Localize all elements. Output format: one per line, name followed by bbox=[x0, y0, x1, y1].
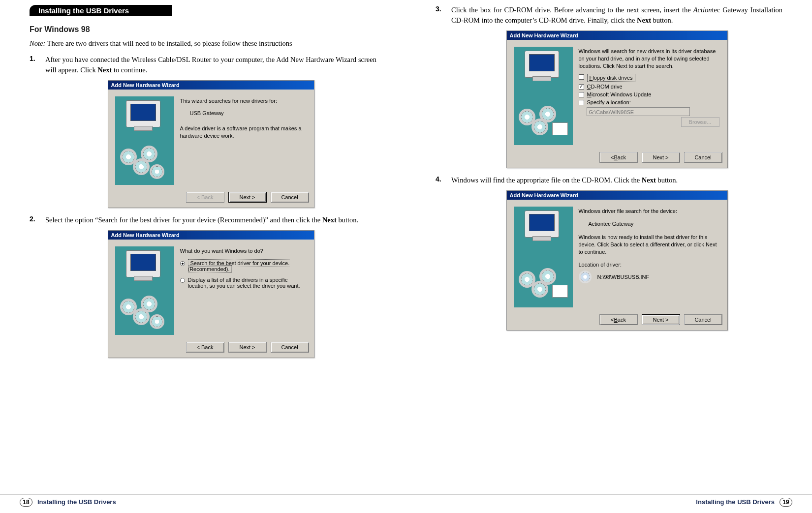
section-title: Installing the USB Drivers bbox=[30, 5, 172, 16]
step-text-b: button. bbox=[656, 176, 678, 184]
checkbox-cdrom[interactable]: ✓ CD-ROM drive bbox=[579, 84, 720, 90]
page-19: 3. Click the box for CD-ROM drive. Befor… bbox=[406, 0, 812, 513]
screenshot-step4: Add New Hardware Wizard Windows driver f… bbox=[451, 190, 782, 331]
screenshot-step2: Add New Hardware Wizard What do you want… bbox=[45, 230, 376, 358]
cd-icon bbox=[141, 296, 157, 312]
next-button[interactable]: Next > bbox=[642, 314, 680, 325]
step-2: 2. Select the option “Search for the bes… bbox=[30, 215, 376, 225]
cancel-button[interactable]: Cancel bbox=[271, 192, 309, 203]
footer-label: Installing the USB Drivers bbox=[696, 498, 775, 506]
location-input[interactable]: G:\Cabs\WIN98SE bbox=[587, 107, 690, 116]
add-hardware-dialog-2: Add New Hardware Wizard What do you want… bbox=[108, 230, 314, 358]
radio-label: Search for the best driver for your devi… bbox=[188, 260, 290, 272]
next-button[interactable]: Next > bbox=[228, 342, 267, 353]
add-hardware-dialog-4: Add New Hardware Wizard Windows driver f… bbox=[506, 190, 728, 331]
step-text-bold: Next bbox=[637, 16, 651, 24]
step-text-a: Windows will find the appropriate file o… bbox=[451, 176, 642, 184]
step-text-a: Select the option “Search for the best d… bbox=[45, 216, 322, 224]
step-text-bold: Next bbox=[642, 176, 656, 184]
checkbox-label: Floppy disk drives bbox=[587, 74, 635, 82]
step-text-b: button. bbox=[337, 216, 358, 224]
cancel-button[interactable]: Cancel bbox=[684, 314, 722, 325]
checkbox-windows-update[interactable]: Microsoft Windows Update bbox=[579, 91, 720, 97]
step-text-italic: Action bbox=[693, 6, 712, 14]
checkbox-icon bbox=[579, 100, 584, 105]
cd-icon bbox=[579, 271, 592, 283]
note-text: Note: There are two drivers that will ne… bbox=[30, 39, 376, 49]
radio-option-search[interactable]: Search for the best driver for your devi… bbox=[180, 260, 307, 272]
back-button[interactable]: < Back bbox=[186, 342, 224, 353]
monitor-icon bbox=[126, 250, 160, 277]
back-button[interactable]: < Back bbox=[186, 192, 224, 203]
checkbox-floppy[interactable]: Floppy disk drives bbox=[579, 74, 720, 82]
step-4: 4. Windows will find the appropriate fil… bbox=[436, 175, 782, 185]
subhead-windows98: For Windows 98 bbox=[30, 25, 376, 34]
cd-icon bbox=[539, 106, 556, 122]
page-footer: 18 Installing the USB Drivers bbox=[0, 494, 406, 509]
checkbox-label: CD-ROM drive bbox=[587, 84, 623, 90]
monitor-base-icon bbox=[532, 76, 551, 81]
step-text-bold: Next bbox=[322, 216, 337, 224]
step-text: Select the option “Search for the best d… bbox=[45, 215, 376, 225]
note-label: Note: bbox=[30, 39, 45, 47]
next-button[interactable]: Next > bbox=[228, 192, 267, 203]
dialog-content: Windows will search for new drivers in i… bbox=[579, 47, 720, 145]
note-body: There are two drivers that will need to … bbox=[45, 39, 292, 47]
checkbox-specify-location[interactable]: Specify a location: bbox=[579, 99, 720, 105]
checkbox-label: Specify a location: bbox=[587, 99, 631, 105]
step-number: 2. bbox=[30, 215, 45, 225]
dialog-prompt: What do you want Windows to do? bbox=[180, 247, 307, 255]
dialog-device-name: USB Gateway bbox=[180, 110, 307, 116]
monitor-icon bbox=[525, 51, 559, 78]
page-number: 19 bbox=[780, 498, 792, 507]
dialog-titlebar: Add New Hardware Wizard bbox=[108, 81, 314, 90]
radio-text-b: (Recommended). bbox=[188, 266, 230, 272]
monitor-base-icon bbox=[134, 276, 153, 281]
page-footer: Installing the USB Drivers 19 bbox=[406, 494, 812, 509]
next-button[interactable]: Next > bbox=[642, 152, 680, 163]
cd-icon bbox=[141, 146, 157, 162]
cd-icon bbox=[539, 268, 556, 285]
radio-icon bbox=[180, 278, 185, 283]
document-icon bbox=[552, 285, 568, 298]
step-text: Click the box for CD-ROM drive. Before a… bbox=[451, 5, 782, 26]
cancel-button[interactable]: Cancel bbox=[271, 342, 309, 353]
radio-icon bbox=[180, 261, 185, 266]
back-button[interactable]: < Back bbox=[599, 152, 638, 163]
dialog-illustration bbox=[115, 246, 174, 335]
checkbox-icon bbox=[579, 74, 584, 80]
step-text: After you have connected the Wireless Ca… bbox=[45, 55, 376, 75]
dialog-intro: Windows will search for new drivers in i… bbox=[579, 48, 720, 70]
cd-icon bbox=[150, 314, 164, 329]
document-icon bbox=[552, 122, 568, 135]
cancel-button[interactable]: Cancel bbox=[684, 152, 722, 163]
cd-icon bbox=[150, 164, 164, 179]
checkbox-icon: ✓ bbox=[579, 84, 584, 90]
radio-option-list[interactable]: Display a list of all the drivers in a s… bbox=[180, 277, 307, 289]
step-text-b: button. bbox=[651, 16, 673, 24]
step-text-a: After you have connected the Wireless Ca… bbox=[45, 56, 376, 74]
screenshot-step1: Add New Hardware Wizard This wizard sear… bbox=[45, 80, 376, 208]
browse-button[interactable]: Browse... bbox=[681, 117, 719, 127]
dialog-button-row: < Back Next > Cancel bbox=[108, 188, 314, 208]
checkbox-label: Microsoft Windows Update bbox=[587, 91, 652, 97]
dialog-button-row: < Back Next > Cancel bbox=[507, 310, 727, 330]
driver-location: N:\98\WBUSUSB.INF bbox=[579, 271, 720, 283]
back-button[interactable]: < Back bbox=[599, 314, 638, 325]
step-number: 4. bbox=[436, 175, 451, 185]
page-number: 18 bbox=[20, 498, 32, 507]
dialog-line-search: Windows driver file search for the devic… bbox=[579, 208, 720, 215]
dialog-line-intro: This wizard searches for new drivers for… bbox=[180, 97, 307, 105]
dialog-button-row: < Back Next > Cancel bbox=[507, 148, 727, 168]
add-hardware-dialog-3: Add New Hardware Wizard Windows will sea… bbox=[506, 30, 728, 168]
dialog-content: What do you want Windows to do? Search f… bbox=[180, 246, 307, 335]
step-text-bold: Next bbox=[97, 66, 112, 74]
footer-label: Installing the USB Drivers bbox=[37, 498, 116, 506]
step-3: 3. Click the box for CD-ROM drive. Befor… bbox=[436, 5, 782, 26]
step-text: Windows will find the appropriate file o… bbox=[451, 175, 782, 185]
dialog-device-name: Actiontec Gateway bbox=[579, 221, 720, 227]
page-18: Installing the USB Drivers For Windows 9… bbox=[0, 0, 406, 513]
dialog-description: Windows is now ready to install the best… bbox=[579, 234, 720, 256]
dialog-titlebar: Add New Hardware Wizard bbox=[507, 31, 727, 40]
driver-path: N:\98\WBUSUSB.INF bbox=[597, 274, 650, 280]
